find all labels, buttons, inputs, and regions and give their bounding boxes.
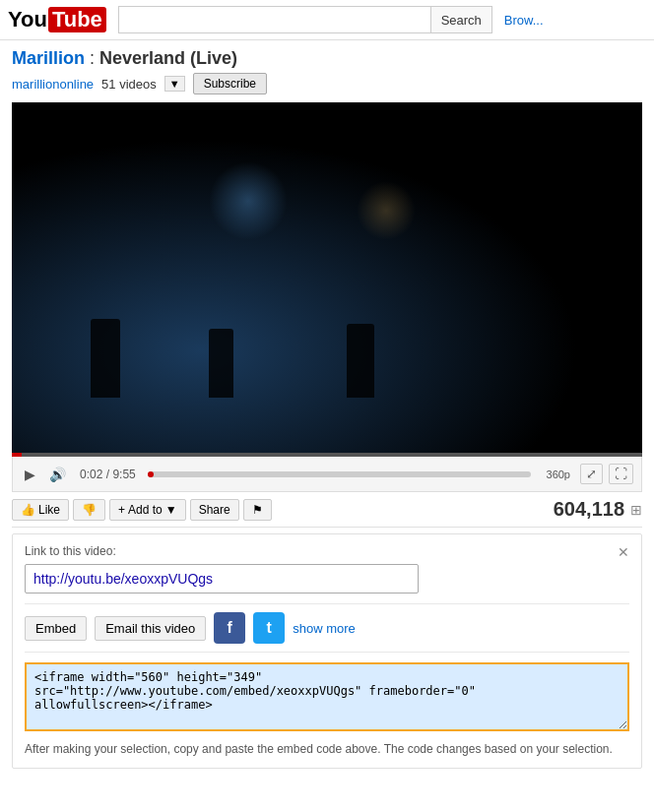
embed-button[interactable]: Embed	[25, 616, 87, 641]
add-to-label: Add to	[128, 503, 163, 517]
like-label: Like	[38, 503, 60, 517]
stage-light-2	[357, 181, 416, 240]
embed-note: After making your selection, copy and pa…	[25, 740, 629, 758]
embed-textarea[interactable]	[25, 662, 629, 731]
subscribe-button[interactable]: Subscribe	[193, 73, 267, 94]
video-count: 51 videos	[101, 77, 157, 92]
video-title-text: Neverland (Live)	[99, 48, 237, 68]
channel-row: marilliononline 51 videos ▼ Subscribe	[12, 73, 642, 94]
content: Marillion : Neverland (Live) marillionon…	[0, 40, 654, 777]
share-panel: Link to this video: ✕ Embed Email this v…	[12, 533, 642, 769]
view-count: 604,118	[554, 498, 624, 521]
search-button[interactable]: Search	[430, 6, 492, 33]
link-label: Link to this video:	[25, 544, 419, 558]
plus-icon: +	[118, 503, 125, 517]
figure-3	[347, 324, 374, 398]
figure-2	[209, 329, 233, 398]
play-button[interactable]: ▶	[21, 465, 39, 484]
video-title: Marillion : Neverland (Live)	[12, 48, 642, 69]
facebook-icon[interactable]: f	[214, 612, 245, 644]
seek-bar[interactable]	[148, 471, 531, 477]
thumbs-down-icon: 👎	[82, 503, 97, 517]
video-progress-bar	[12, 453, 642, 457]
browse-link[interactable]: Brow...	[504, 13, 544, 28]
figure-1	[91, 319, 120, 398]
channel-name: Marillion	[12, 48, 85, 68]
add-to-dropdown-icon: ▼	[165, 503, 177, 517]
logo-you: You	[8, 7, 47, 32]
close-panel-button[interactable]: ✕	[618, 544, 629, 560]
channel-link[interactable]: marilliononline	[12, 77, 94, 92]
dislike-button[interactable]: 👎	[73, 499, 105, 521]
video-count-dropdown[interactable]: ▼	[164, 76, 185, 92]
share-button[interactable]: Share	[190, 499, 239, 521]
popout-button[interactable]: ⤢	[580, 464, 603, 484]
share-label: Share	[199, 503, 230, 517]
expand-icon[interactable]: ⊞	[630, 502, 642, 518]
action-bar: 👍 Like 👎 + Add to ▼ Share ⚑ 604,118 ⊞	[12, 492, 642, 528]
link-input[interactable]	[25, 564, 419, 593]
search-input[interactable]	[118, 6, 430, 33]
search-form: Search	[118, 6, 492, 33]
seek-progress	[148, 471, 154, 477]
share-row: Embed Email this video f t show more	[25, 603, 629, 653]
thumbs-up-icon: 👍	[21, 503, 35, 517]
fullscreen-button[interactable]: ⛶	[609, 464, 633, 484]
video-scene	[12, 102, 642, 457]
video-player[interactable]	[12, 102, 642, 457]
header: YouTube Search Brow...	[0, 0, 654, 40]
quality-button[interactable]: 360p	[543, 467, 574, 482]
stage-light-1	[209, 161, 288, 240]
time-display: 0:02 / 9:55	[80, 468, 136, 481]
logo-tube: Tube	[48, 7, 106, 32]
video-progress-fill	[12, 453, 22, 457]
flag-button[interactable]: ⚑	[243, 499, 272, 521]
like-button[interactable]: 👍 Like	[12, 499, 69, 521]
volume-button[interactable]: 🔊	[45, 465, 70, 484]
youtube-logo[interactable]: YouTube	[8, 7, 106, 32]
embed-section: After making your selection, copy and pa…	[25, 662, 629, 758]
twitter-icon[interactable]: t	[253, 612, 285, 644]
email-button[interactable]: Email this video	[95, 616, 206, 641]
show-more-link[interactable]: show more	[293, 621, 356, 636]
controls-bar: ▶ 🔊 0:02 / 9:55 360p ⤢ ⛶	[12, 457, 642, 492]
add-to-button[interactable]: + Add to ▼	[109, 499, 186, 521]
